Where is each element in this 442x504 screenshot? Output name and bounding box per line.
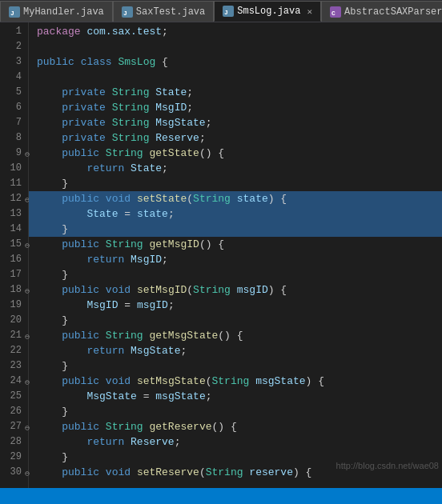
code-line-17: } [29,267,442,282]
line-num-6: 6 [0,100,22,115]
line-num-5: 5 [0,85,22,100]
line-num-23: 23 [0,358,22,374]
code-line-8: private String Reserve; [29,130,442,146]
line-num-8: 8 [0,130,22,146]
code-line-7: private String MsgState; [29,115,442,130]
java-icon: J [223,6,234,17]
line-num-13: 13 [0,206,22,222]
line-num-12: 12⊖ [0,191,22,206]
line-num-18: 18⊖ [0,282,22,298]
line-num-26: 26 [0,404,22,419]
code-editor[interactable]: 1 2 3 4 5 6 7 8 9⊖ 10 11 12⊖ 13 14 15⊖ 1… [0,22,442,488]
code-line-5: private String State; [29,85,442,100]
line-num-30: 30⊖ [0,465,22,480]
line-num-4: 4 [0,70,22,85]
line-num-21: 21⊖ [0,328,22,343]
tab-abstractsax[interactable]: C AbstractSAXParser.class [321,1,442,22]
line-num-1: 1 [0,24,22,39]
code-line-28: return Reserve; [29,434,442,450]
line-num-29: 29 [0,450,22,465]
svg-text:C: C [332,10,336,17]
code-line-14: } [29,222,442,237]
tab-label: MyHandler.java [23,6,104,18]
line-num-3: 3 [0,54,22,70]
line-num-27: 27⊖ [0,419,22,434]
code-line-10: return State; [29,161,442,176]
code-line-3: public class SmsLog { [29,54,442,70]
code-line-13: State = state; [29,206,442,222]
line-num-19: 19 [0,298,22,313]
code-line-25: MsgState = msgState; [29,389,442,404]
class-icon: C [330,6,341,18]
close-icon[interactable]: ✕ [307,6,312,17]
line-num-2: 2 [0,39,22,54]
java-icon: J [122,6,133,18]
tab-myhandler[interactable]: J MyHandler.java [0,1,113,22]
code-line-27: public String getReserve() { [29,419,442,434]
code-line-15: public String getMsgID() { [29,237,442,252]
tab-label: AbstractSAXParser.class [344,6,442,18]
code-line-16: return MsgID; [29,252,442,267]
line-num-28: 28 [0,434,22,450]
line-num-9: 9⊖ [0,146,22,161]
code-line-18: public void setMsgID(String msgID) { [29,282,442,298]
line-num-17: 17 [0,267,22,282]
line-num-16: 16 [0,252,22,267]
line-num-15: 15⊖ [0,237,22,252]
java-icon: J [9,6,20,18]
code-line-20: } [29,313,442,328]
code-line-23: } [29,358,442,374]
status-bar [0,488,442,504]
code-line-6: private String MsgID; [29,100,442,115]
code-line-9: public String getState() { [29,146,442,161]
code-line-26: } [29,404,442,419]
code-line-21: public String getMsgState() { [29,328,442,343]
code-line-19: MsgID = msgID; [29,298,442,313]
line-num-14: 14 [0,222,22,237]
tab-label: SaxTest.java [136,6,205,18]
svg-text:J: J [10,10,14,17]
line-num-20: 20 [0,313,22,328]
line-num-11: 11 [0,176,22,191]
code-line-22: return MsgState; [29,343,442,358]
line-num-25: 25 [0,389,22,404]
tab-saxtest[interactable]: J SaxTest.java [113,1,214,22]
line-numbers: 1 2 3 4 5 6 7 8 9⊖ 10 11 12⊖ 13 14 15⊖ 1… [0,22,29,488]
svg-text:J: J [123,10,127,17]
code-line-4 [29,70,442,85]
code-content[interactable]: package com.sax.test; public class SmsLo… [29,22,442,488]
code-line-12: public void setState(String state) { [29,191,442,206]
line-num-7: 7 [0,115,22,130]
code-line-2 [29,39,442,54]
line-num-24: 24⊖ [0,374,22,389]
code-line-24: public void setMsgState(String msgState)… [29,374,442,389]
line-num-10: 10 [0,161,22,176]
code-line-1: package com.sax.test; [29,24,442,39]
code-line-11: } [29,176,442,191]
tab-bar: J MyHandler.java J SaxTest.java J SmsLog… [0,0,442,22]
svg-text:J: J [224,9,228,16]
tab-smslog[interactable]: J SmsLog.java ✕ [214,1,321,22]
line-num-22: 22 [0,343,22,358]
tab-label: SmsLog.java [237,6,300,17]
watermark: http://blog.csdn.net/wae08 [336,461,439,470]
